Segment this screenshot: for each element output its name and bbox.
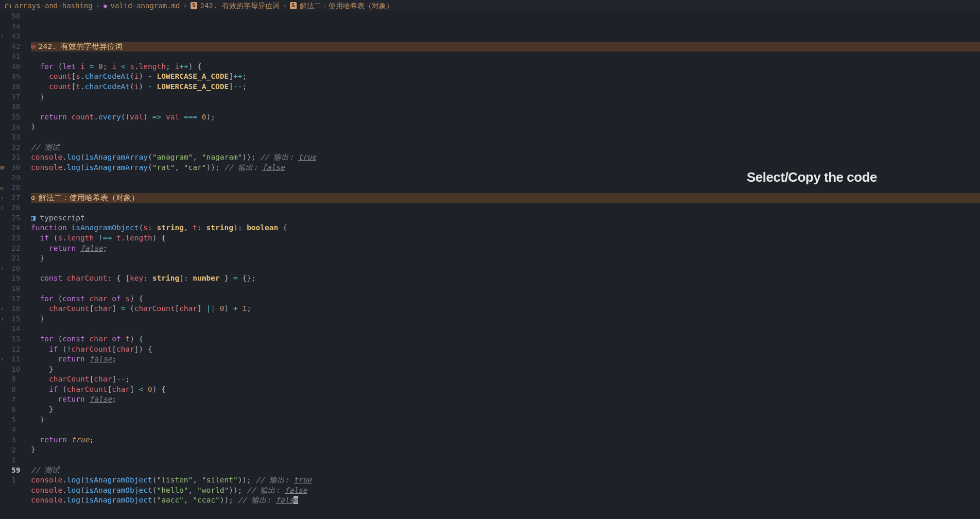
diag-sign-icon: ⊘ <box>0 163 5 173</box>
code-line[interactable]: ⊘242. 有效的字母异位词 <box>31 42 980 52</box>
folder-icon: 🗀 <box>4 1 11 11</box>
line-number: 27 <box>11 193 26 203</box>
fold-sign-icon: › <box>0 304 5 314</box>
line-number: 38 <box>11 82 26 92</box>
line-number-gutter: 5844434241403938373635343332313029282726… <box>11 11 31 516</box>
code-line[interactable]: } <box>31 415 980 425</box>
code-line[interactable] <box>31 203 980 213</box>
code-line[interactable] <box>31 132 980 143</box>
line-number: 22 <box>11 244 26 254</box>
code-line[interactable]: for (const char of s) { <box>31 294 980 304</box>
line-number: 40 <box>11 62 26 72</box>
code-line[interactable] <box>31 425 980 435</box>
breadcrumb-section1[interactable]: 242. 有效的字母异位词 <box>200 1 280 11</box>
line-number: 35 <box>11 112 26 123</box>
line-number: 25 <box>11 213 26 223</box>
code-line[interactable]: // 测试 <box>31 143 980 153</box>
code-line[interactable]: return true; <box>31 435 980 445</box>
line-number: 31 <box>11 152 26 163</box>
line-number: 32 <box>11 143 26 153</box>
code-line[interactable]: const charCount: { [key: string]: number… <box>31 273 980 284</box>
code-line[interactable]: } <box>31 445 980 455</box>
code-line[interactable] <box>31 324 980 334</box>
code-line[interactable]: charCount[char] = (charCount[char] || 0)… <box>31 304 980 314</box>
warn-icon: ⊘ <box>31 42 36 52</box>
fold-sign-icon: › <box>0 193 5 203</box>
code-line[interactable] <box>31 284 980 294</box>
code-line[interactable]: } <box>31 253 980 264</box>
heading-icon: ⊙ <box>31 193 36 203</box>
code-line[interactable]: count[s.charCodeAt(i) - LOWERCASE_A_CODE… <box>31 72 980 82</box>
code-line[interactable]: console.log(isAnagramObject("listen", "s… <box>31 475 980 486</box>
line-number: 14 <box>11 324 26 334</box>
code-line[interactable]: return false; <box>31 244 980 254</box>
breadcrumb-file[interactable]: valid-anagram.md <box>111 1 180 11</box>
section-icon: S <box>191 2 197 10</box>
code-line[interactable]: charCount[char]--; <box>31 374 980 385</box>
breadcrumb-section2[interactable]: 解法二：使用哈希表（对象） <box>300 1 393 11</box>
code-line[interactable]: ◨ typescript <box>31 213 980 223</box>
code-line[interactable]: if (charCount[char] < 0) { <box>31 385 980 395</box>
section-icon: S <box>290 2 297 10</box>
code-line[interactable]: } <box>31 405 980 415</box>
markdown-icon: ◆ <box>103 1 107 11</box>
line-number: 26 <box>11 203 26 213</box>
code-line[interactable] <box>31 51 980 62</box>
code-line[interactable]: } <box>31 365 980 375</box>
code-line[interactable]: count[t.charCodeAt(i) - LOWERCASE_A_CODE… <box>31 82 980 92</box>
breadcrumb-sep: › <box>96 1 100 11</box>
fold-sign-icon: › <box>0 203 5 213</box>
code-editor[interactable]: ›⊘▫›››››› 584443424140393837363534333231… <box>0 11 980 516</box>
code-line[interactable]: console.log(isAnagramArray("anagram", "n… <box>31 152 980 163</box>
line-number: 19 <box>11 273 26 284</box>
code-line[interactable] <box>31 102 980 112</box>
line-number: 59 <box>11 465 26 476</box>
code-line[interactable]: if (!charCount[char]) { <box>31 344 980 355</box>
code-line[interactable]: return false; <box>31 354 980 365</box>
code-line[interactable]: function isAnagramObject(s: string, t: s… <box>31 223 980 233</box>
line-number: 42 <box>11 42 26 52</box>
line-number: 37 <box>11 92 26 102</box>
line-number: 12 <box>11 344 26 355</box>
code-line[interactable]: for (let i = 0; i < s.length; i++) { <box>31 62 980 72</box>
code-line[interactable]: console.log(isAnagramObject("hello", "wo… <box>31 486 980 496</box>
line-number: 16 <box>11 304 26 314</box>
line-number: 34 <box>11 123 26 133</box>
code-line[interactable]: for (const char of t) { <box>31 334 980 344</box>
line-number: 3 <box>11 435 26 445</box>
line-number: 18 <box>11 284 26 294</box>
code-line[interactable]: if (s.length !== t.length) { <box>31 233 980 244</box>
line-number: 44 <box>11 22 26 32</box>
code-line[interactable]: // 测试 <box>31 465 980 476</box>
line-number: 17 <box>11 294 26 304</box>
line-number: 36 <box>11 102 26 112</box>
language-label: typescript <box>40 213 84 223</box>
code-line[interactable]: console.log(isAnagramObject("aacc", "cca… <box>31 495 980 506</box>
code-line[interactable]: return false; <box>31 394 980 405</box>
code-line[interactable]: } <box>31 314 980 324</box>
code-line[interactable]: } <box>31 122 980 132</box>
line-number: 30 <box>11 163 26 173</box>
line-number: 8 <box>11 385 26 395</box>
line-number: 1 <box>11 475 26 486</box>
line-number: 9 <box>11 374 26 385</box>
code-line[interactable]: return count.every((val) => val === 0); <box>31 112 980 123</box>
breadcrumb-sep: › <box>283 1 287 11</box>
code-line[interactable] <box>31 264 980 274</box>
heading-text: 解法二：使用哈希表（对象） <box>39 193 139 203</box>
heading-text: 242. 有效的字母异位词 <box>39 42 123 52</box>
code-line[interactable] <box>31 506 980 516</box>
fold-sign-icon: › <box>0 264 5 274</box>
code-area[interactable]: Select/Copy the code ⊘242. 有效的字母异位词 for … <box>31 11 980 516</box>
code-line[interactable] <box>31 455 980 465</box>
breadcrumb[interactable]: 🗀 arrays-and-hashing › ◆ valid-anagram.m… <box>0 0 980 11</box>
typescript-icon: ◨ <box>31 213 40 223</box>
line-number: 58 <box>11 11 26 22</box>
line-number: 13 <box>11 334 26 344</box>
line-number: 4 <box>11 425 26 435</box>
line-number: 6 <box>11 405 26 415</box>
line-number: 29 <box>11 173 26 183</box>
code-line[interactable]: } <box>31 92 980 102</box>
breadcrumb-folder[interactable]: arrays-and-hashing <box>14 1 93 11</box>
code-line[interactable]: ⊙解法二：使用哈希表（对象） <box>31 193 980 203</box>
